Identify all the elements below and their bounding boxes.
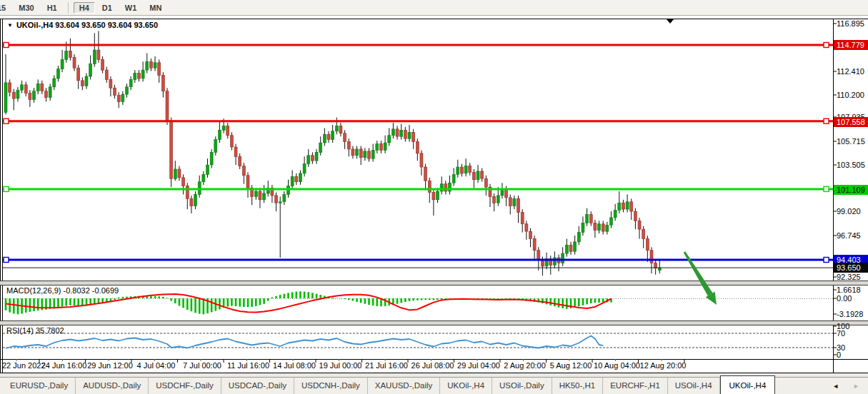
line-handle-right[interactable] [824, 258, 829, 263]
time-axis-label: 4 Jul 04:00 [137, 361, 176, 370]
time-axis-label: 10 Aug 04:00 [594, 361, 640, 370]
candle-up [562, 253, 564, 263]
candle-down [149, 61, 152, 68]
tab-usdcnh-daily[interactable]: USDCNH-,Daily [294, 378, 368, 394]
line-handle-left[interactable] [4, 118, 9, 123]
tab-scroll-right-icon[interactable]: ► [853, 383, 859, 390]
line-handle-left[interactable] [4, 186, 9, 191]
line-handle-right[interactable] [824, 43, 829, 48]
candle-up [356, 149, 359, 156]
chart-title-text: UKOil-,H4 93.604 93.650 93.604 93.650 [16, 21, 158, 29]
candle-up [388, 136, 391, 143]
rsi-line [6, 336, 603, 349]
candle-down [178, 169, 181, 178]
tab-eurusd-daily[interactable]: EURUSD-,Daily [3, 378, 76, 394]
candle-down [444, 184, 447, 191]
candle-up [65, 51, 68, 60]
candle-up [141, 70, 144, 79]
tab-eurchf-h1[interactable]: EURCHF-,H1 [603, 378, 668, 394]
trend-arrow-shaft[interactable] [684, 251, 713, 296]
candle-up [626, 202, 629, 209]
time-axis-label: 2 Aug 20:00 [504, 361, 546, 370]
candle-up [134, 74, 136, 80]
candle-up [371, 150, 374, 158]
axis-tick-label: 70 [837, 329, 845, 338]
tab-audusd-daily[interactable]: AUDUSD-,Daily [76, 378, 149, 394]
candle-down [69, 51, 71, 58]
candle-down [226, 126, 229, 135]
candle-up [408, 132, 411, 138]
time-axis-label: 22 Jun 2022 [2, 361, 46, 370]
candle-up [598, 224, 601, 231]
tab-ukoil-h4[interactable]: UKOil-,H4 [720, 375, 776, 394]
tab-usoil-daily[interactable]: USOil-,Daily [492, 378, 552, 394]
time-axis-label: 12 Aug 20:00 [640, 361, 687, 370]
candle-down [505, 189, 508, 198]
candle-up [315, 152, 318, 161]
chart-graphics [0, 0, 868, 394]
candle-up [218, 130, 221, 139]
pane-splitter-1[interactable] [0, 321, 868, 325]
candle-down [161, 76, 164, 91]
time-axis-label: 29 Jul 04:00 [457, 361, 500, 370]
time-axis-label: 14 Jul 08:00 [273, 361, 316, 370]
time-axis-label: 26 Jul 08:00 [411, 361, 454, 370]
tab-ukoil-h4[interactable]: UKOil-,H4 [440, 378, 492, 394]
axis-tick-label: 96.745 [837, 231, 861, 241]
line-handle-left[interactable] [4, 258, 9, 263]
chart-title: ▼UKOil-,H4 93.604 93.650 93.604 93.650 [7, 21, 158, 29]
candle-up [146, 61, 149, 70]
candle-down [481, 171, 484, 178]
candle-up [614, 211, 617, 218]
candle-down [230, 136, 233, 147]
axis-tick-label: 0.00 [837, 294, 852, 303]
price-badge: 101.109 [834, 185, 868, 195]
tab-usoil-h4[interactable]: USOil-,H4 [668, 378, 720, 394]
candle-up [376, 144, 379, 151]
rsi-indicator-label: RSI(14) 35.7802 [6, 326, 64, 335]
candle-down [428, 181, 431, 192]
candle-down [137, 74, 140, 79]
candle-down [12, 92, 15, 98]
candle-up [263, 193, 266, 200]
candle-down [525, 224, 528, 231]
candle-down [368, 151, 371, 158]
candle-up [126, 87, 129, 94]
candle-up [206, 165, 209, 174]
candle-down [186, 186, 189, 199]
candle-down [469, 166, 472, 173]
candle-down [404, 130, 406, 138]
time-axis-label: 11 Jul 16:00 [227, 361, 269, 370]
candle-down [396, 129, 399, 136]
candle-down [242, 166, 245, 176]
candle-up [582, 223, 584, 232]
candle-up [457, 167, 459, 174]
line-handle-right[interactable] [824, 186, 829, 191]
tab-usdchf-daily[interactable]: USDCHF-,Daily [149, 378, 221, 394]
candle-down [24, 85, 27, 94]
candle-down [379, 144, 382, 151]
pane-splitter-0[interactable] [0, 281, 868, 285]
candle-down [472, 172, 475, 179]
time-axis-label: 19 Jul 00:00 [319, 361, 362, 370]
candle-down [166, 91, 169, 121]
candle-up [174, 169, 176, 178]
tab-scroll-left-icon[interactable]: ◄ [832, 383, 839, 390]
tab-usdcad-daily[interactable]: USDCAD-,Daily [221, 378, 294, 394]
line-handle-left[interactable] [4, 43, 9, 48]
collapse-icon[interactable]: ▼ [7, 22, 13, 29]
candlestick-series [4, 31, 661, 276]
candle-down [158, 63, 161, 76]
candle-down [45, 91, 48, 98]
tab-hk50-h1[interactable]: HK50-,H1 [552, 378, 604, 394]
candle-up [194, 194, 197, 206]
candle-up [400, 130, 403, 136]
candle-up [279, 202, 281, 203]
candle-up [618, 203, 621, 210]
candle-down [630, 202, 633, 211]
tab-xauusd-daily[interactable]: XAUUSD-,Daily [368, 378, 441, 394]
candle-up [283, 194, 286, 201]
line-handle-right[interactable] [824, 118, 829, 123]
candle-down [109, 79, 112, 88]
candle-up [319, 143, 322, 152]
